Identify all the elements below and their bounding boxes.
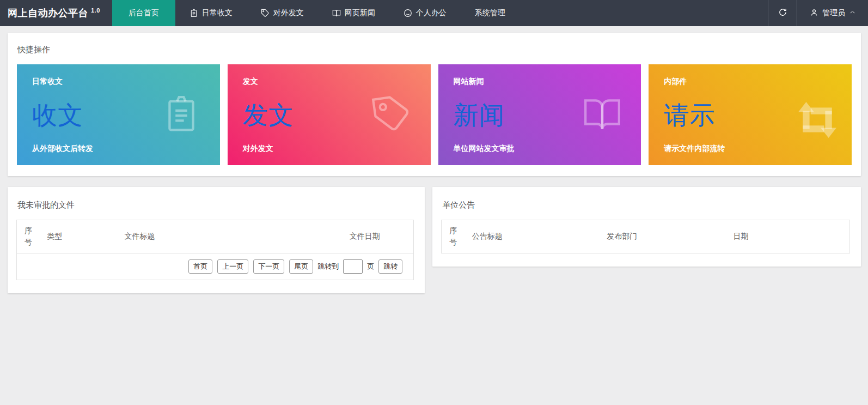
clipboard-icon	[190, 9, 198, 17]
pagination: 首页 上一页 下一页 尾页 跳转到 页 跳转	[22, 259, 402, 274]
quick-actions-title: 快捷操作	[17, 45, 852, 55]
nav-item-label: 网页新闻	[345, 8, 375, 18]
table-header-row: 序号 公告标题 发布部门 日期	[442, 220, 850, 253]
card-website-news[interactable]: 网站新闻 新闻 单位网站发文审批	[438, 64, 641, 165]
navbar-right: 管理员	[768, 0, 868, 26]
card-receive-document[interactable]: 日常收文 收文 从外部收文后转发	[17, 64, 220, 165]
announcements-table: 序号 公告标题 发布部门 日期	[441, 220, 850, 253]
book-icon	[332, 9, 341, 17]
prev-page-button[interactable]: 上一页	[217, 259, 248, 274]
nav-item-daily-receive[interactable]: 日常收文	[175, 0, 247, 26]
tag-icon	[261, 9, 270, 17]
nav-item-label: 对外发文	[273, 8, 304, 18]
repeat-icon	[797, 100, 838, 142]
card-description: 对外发文	[243, 144, 431, 154]
main-content: 快捷操作 日常收文 收文 从外部收文后转发 发文 发文 对外发文 网站新闻	[0, 26, 868, 293]
user-name: 管理员	[822, 8, 845, 18]
book-icon	[582, 94, 622, 136]
card-description: 请示文件内部流转	[664, 144, 852, 154]
card-dispatch-document[interactable]: 发文 发文 对外发文	[228, 64, 431, 165]
pending-files-panel: 我未审批的文件 序号 类型 文件标题 文件日期 首页	[8, 187, 425, 293]
quick-action-cards: 日常收文 收文 从外部收文后转发 发文 发文 对外发文 网站新闻 新闻 单位网站…	[17, 64, 852, 165]
nav-item-external-dispatch[interactable]: 对外发文	[247, 0, 318, 26]
pagination-row: 首页 上一页 下一页 尾页 跳转到 页 跳转	[17, 253, 414, 280]
user-menu[interactable]: 管理员	[797, 0, 868, 26]
refresh-button[interactable]	[768, 0, 797, 26]
nav-item-web-news[interactable]: 网页新闻	[318, 0, 389, 26]
card-category: 日常收文	[32, 77, 220, 87]
user-icon	[810, 8, 818, 19]
page-number-input[interactable]	[343, 259, 363, 274]
card-internal-request[interactable]: 内部件 请示 请示文件内部流转	[649, 64, 852, 165]
nav-item-label: 后台首页	[129, 8, 159, 18]
column-header-announcement-title: 公告标题	[467, 220, 601, 253]
page-unit-label: 页	[367, 262, 374, 271]
column-header-department: 发布部门	[601, 220, 728, 253]
clipboard-icon	[161, 94, 201, 136]
column-header-type: 类型	[42, 220, 119, 253]
next-page-button[interactable]: 下一页	[253, 259, 284, 274]
pending-files-title: 我未审批的文件	[16, 200, 414, 210]
pending-files-table: 序号 类型 文件标题 文件日期 首页 上一页 下一页 尾页	[16, 220, 414, 280]
last-page-button[interactable]: 尾页	[289, 259, 313, 274]
app-version: 1.0	[91, 7, 100, 14]
chevron-up-icon	[849, 9, 856, 17]
nav-item-backend-home[interactable]: 后台首页	[112, 0, 175, 26]
nav-item-label: 日常收文	[202, 8, 233, 18]
card-category: 网站新闻	[454, 77, 641, 87]
nav-menu: 后台首页 日常收文 对外发文 网页新闻 个人办公 系统管	[112, 0, 768, 26]
table-header-row: 序号 类型 文件标题 文件日期	[17, 220, 414, 253]
first-page-button[interactable]: 首页	[188, 259, 212, 274]
refresh-icon	[778, 8, 787, 19]
jump-button[interactable]: 跳转	[378, 259, 402, 274]
app-title: 网上自动办公平台 1.0	[0, 0, 112, 26]
nav-item-label: 个人办公	[416, 8, 447, 18]
navbar: 网上自动办公平台 1.0 后台首页 日常收文 对外发文 网页新闻	[0, 0, 868, 26]
card-description: 单位网站发文审批	[454, 144, 641, 154]
card-category: 发文	[243, 77, 431, 87]
tag-icon	[372, 94, 412, 136]
column-header-seq: 序号	[442, 220, 467, 253]
announcements-title: 单位公告	[441, 200, 850, 210]
nav-item-label: 系统管理	[475, 8, 505, 18]
column-header-seq: 序号	[17, 220, 42, 253]
app-title-text: 网上自动办公平台	[8, 7, 88, 20]
jump-to-label: 跳转到	[317, 262, 339, 271]
tables-row: 我未审批的文件 序号 类型 文件标题 文件日期 首页	[8, 187, 861, 293]
quick-actions-panel: 快捷操作 日常收文 收文 从外部收文后转发 发文 发文 对外发文 网站新闻	[8, 33, 861, 176]
column-header-file-date: 文件日期	[344, 220, 414, 253]
announcements-panel: 单位公告 序号 公告标题 发布部门 日期	[432, 187, 861, 267]
card-category: 内部件	[664, 77, 852, 87]
nav-item-personal-office[interactable]: 个人办公	[389, 0, 461, 26]
column-header-date: 日期	[728, 220, 850, 253]
nav-item-system-management[interactable]: 系统管理	[461, 0, 519, 26]
column-header-file-title: 文件标题	[119, 220, 344, 253]
smiley-icon	[404, 9, 412, 17]
card-description: 从外部收文后转发	[32, 144, 220, 154]
